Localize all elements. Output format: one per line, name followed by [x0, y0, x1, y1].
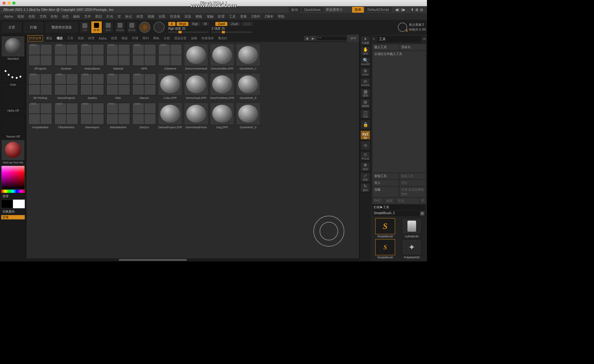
alternate-button[interactable]: 交替: [1, 215, 25, 219]
lightbox-tool-section[interactable]: 灯箱▶工具: [372, 205, 426, 210]
navigation-gyro-icon[interactable]: [313, 216, 344, 247]
material-selector[interactable]: [1, 140, 25, 161]
menu-macro[interactable]: 宏: [118, 14, 121, 19]
tool-simplebrush-2[interactable]: S SimpleBrush: [372, 239, 398, 259]
nav-forward-button[interactable]: ▶: [310, 36, 316, 41]
tab-fiber[interactable]: 纤维: [131, 36, 140, 41]
draw-mode-button[interactable]: 绘 制: [91, 21, 102, 33]
file-item[interactable]: ZProjects: [28, 44, 52, 70]
shelf-button-7[interactable]: ◫对称: [360, 109, 370, 119]
zoom-window-button[interactable]: [12, 2, 15, 5]
file-item[interactable]: DynaMesh_S: [236, 103, 260, 129]
file-item[interactable]: Mannequin: [80, 103, 104, 129]
zsub-mode-button[interactable]: Zsub: [229, 22, 240, 26]
rgb-mode-button[interactable]: Rgb: [190, 22, 200, 26]
home-button[interactable]: 主页: [1, 21, 22, 33]
tab-noise[interactable]: 噪波: [120, 36, 129, 41]
menu-file[interactable]: 文件: [84, 14, 91, 19]
layout-icon-2[interactable]: ⊞: [415, 8, 419, 12]
ui-transparency[interactable]: 界面透明 0: [326, 7, 342, 12]
shelf-button-11[interactable]: ⊙中心点: [360, 151, 370, 161]
goz-all-button[interactable]: 全部: [384, 198, 395, 204]
paste-tool-button[interactable]: 粘贴工具: [399, 173, 426, 179]
shelf-button-10[interactable]: ⟲: [360, 141, 370, 150]
dynamic-button[interactable]: [153, 22, 165, 33]
shelf-button-8[interactable]: 🔒: [360, 120, 370, 129]
file-item[interactable]: DynaMesh_S: [236, 73, 260, 99]
layout-icon-1[interactable]: ⬍: [410, 8, 415, 12]
export-button[interactable]: 导出: [399, 180, 426, 186]
switch-color-button[interactable]: 切换颜色: [1, 209, 25, 214]
file-item[interactable]: DemoSoldier.ZPR: [210, 44, 234, 70]
file-item[interactable]: ZeeZoo: [132, 103, 156, 129]
file-item[interactable]: Misc: [106, 73, 130, 99]
menu-marker[interactable]: 标记: [125, 14, 132, 19]
menu-tool[interactable]: 工具: [229, 14, 236, 19]
preview-boolean-render-button[interactable]: 预览布尔渲染: [45, 21, 79, 33]
tool-cylinder3d[interactable]: Cylinder3D: [399, 218, 424, 238]
edit-mode-button[interactable]: Edit: [79, 21, 90, 33]
brush-selector[interactable]: [1, 36, 25, 57]
menu-layer[interactable]: 图层: [95, 14, 102, 19]
goz-r-button[interactable]: R: [420, 198, 426, 204]
pin-icon[interactable]: ↖: [372, 37, 375, 41]
file-item[interactable]: DemoAnimeHead: [184, 44, 208, 70]
load-tool-button[interactable]: 载入工具: [372, 44, 399, 50]
menu-material[interactable]: 材质: [136, 14, 143, 19]
shelf-button-9[interactable]: xyzxyz: [360, 130, 370, 140]
file-item[interactable]: DemoHead.ZPR: [184, 73, 208, 99]
close-window-button[interactable]: [2, 2, 6, 5]
shelf-button-0[interactable]: ✦子像素: [360, 36, 370, 45]
layout-prev-icon[interactable]: ◀||: [394, 8, 400, 12]
menu-color[interactable]: 色彩: [28, 14, 35, 19]
minimize-window-button[interactable]: [7, 2, 11, 5]
mrgb-mode-button[interactable]: Mrgb: [177, 22, 189, 26]
nav-back-button[interactable]: ◀: [304, 36, 310, 41]
file-item[interactable]: DemoHeadFema: [184, 103, 208, 129]
file-item[interactable]: NanoMeshes: [106, 103, 130, 129]
file-item[interactable]: 3D Printing: [28, 73, 52, 99]
file-item[interactable]: Material: [106, 44, 130, 70]
file-item[interactable]: DicePrimitives.ZPR: [210, 73, 234, 99]
bpr-button[interactable]: BPR: [347, 35, 359, 42]
move-mode-button[interactable]: 移动: [103, 21, 114, 33]
menu-render[interactable]: 渲染: [184, 14, 191, 19]
menu-alpha[interactable]: Alpha: [4, 15, 13, 18]
tab-filter[interactable]: 滤镜: [190, 36, 198, 41]
stroke-selector[interactable]: [1, 62, 25, 83]
default-zscript-button[interactable]: DefaultZScript: [365, 7, 392, 12]
menu-stroke[interactable]: 笔触: [207, 14, 213, 19]
texture-selector[interactable]: [1, 114, 25, 135]
copy-tool-button[interactable]: 复制工具: [372, 173, 399, 179]
menu-draw[interactable]: 绘制: [51, 14, 58, 19]
color-swatches[interactable]: [1, 200, 25, 208]
layout-next-icon[interactable]: ||▶: [400, 8, 406, 12]
tab-document[interactable]: 文档: [162, 36, 171, 41]
goz-visible-button[interactable]: 可见: [396, 198, 419, 204]
expand-icon[interactable]: ⟳: [423, 37, 426, 41]
color-picker[interactable]: [1, 166, 25, 189]
gradient-button[interactable]: 渐变: [1, 193, 25, 199]
rotate-mode-button[interactable]: 旋转组: [126, 21, 137, 33]
shelf-button-2[interactable]: 🔍Zoom2D: [360, 57, 370, 66]
hue-slider[interactable]: [1, 190, 25, 193]
shelf-button-1[interactable]: ✋滚动: [360, 46, 370, 56]
file-item[interactable]: Dog.ZPR: [210, 103, 234, 129]
menu-texture[interactable]: 纹理: [218, 14, 225, 19]
menu-brush[interactable]: 笔刷: [17, 14, 24, 19]
a-mode-button[interactable]: A: [168, 22, 175, 26]
tab-alpha[interactable]: Alpha: [97, 36, 108, 41]
file-item[interactable]: DemoProjects: [54, 73, 78, 99]
z-intensity-slider[interactable]: Z 强度 25: [212, 27, 252, 33]
tab-material[interactable]: 材质: [110, 36, 118, 41]
file-item[interactable]: Head planes: [80, 44, 104, 70]
make-polymesh-button[interactable]: 生成 多边形网格物体: [399, 187, 426, 197]
shelf-button-3[interactable]: ⊕100%: [360, 67, 370, 77]
tab-brush[interactable]: 笔刷: [76, 36, 85, 41]
menu-zscript[interactable]: Z脚本: [265, 14, 273, 19]
save-as-button[interactable]: 另存为: [399, 44, 426, 50]
goz-button[interactable]: GoZ: [372, 198, 384, 204]
lightbox-button[interactable]: 灯箱: [23, 21, 44, 33]
zadd-mode-button[interactable]: Zadd: [215, 22, 227, 26]
menu-zplugin[interactable]: Z插件: [251, 14, 260, 19]
